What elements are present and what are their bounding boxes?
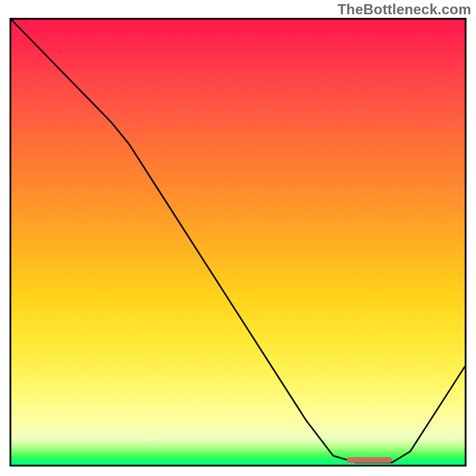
chart-container: TheBottleneck.com bbox=[0, 0, 476, 476]
curve-svg bbox=[11, 20, 465, 465]
watermark-text: TheBottleneck.com bbox=[337, 1, 471, 18]
plot-area bbox=[10, 18, 466, 466]
optimal-marker bbox=[347, 458, 392, 462]
bottleneck-curve bbox=[11, 20, 465, 462]
